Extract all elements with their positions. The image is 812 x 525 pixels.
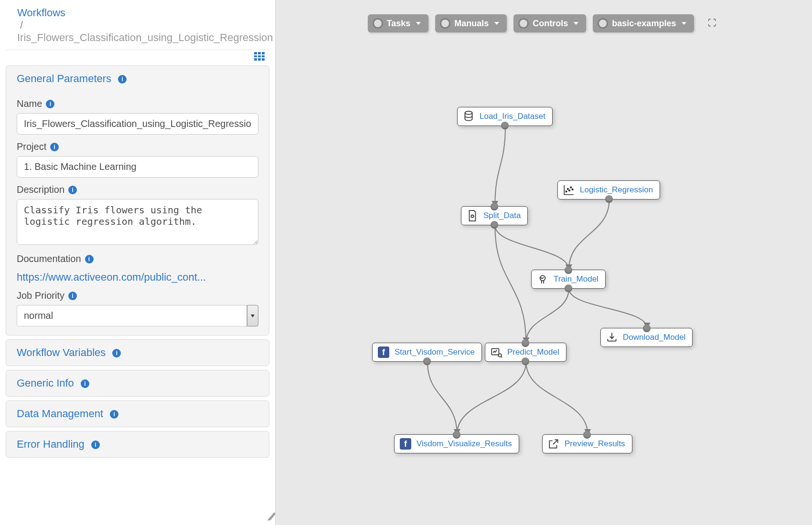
info-icon[interactable]: i	[81, 379, 89, 388]
controls-menu[interactable]: Controls	[513, 14, 586, 32]
gear-icon	[598, 18, 608, 29]
svg-point-2	[567, 189, 569, 190]
fullscreen-button[interactable]: ⛶	[705, 14, 720, 32]
info-icon[interactable]: i	[112, 349, 121, 357]
workflow-node-train[interactable]: Train_Model	[531, 270, 606, 289]
breadcrumb: Workflows / Iris_Flowers_Classification_…	[6, 4, 269, 46]
info-icon[interactable]: i	[91, 441, 100, 449]
info-icon[interactable]: i	[110, 410, 118, 419]
edge	[526, 362, 588, 434]
node-label: Preview_Results	[565, 439, 625, 449]
workflow-node-prev[interactable]: Preview_Results	[542, 434, 632, 453]
generic-info-panel: Generic Info i	[6, 370, 269, 397]
node-label: Visdom_Visualize_Results	[417, 439, 512, 449]
info-icon[interactable]: i	[118, 75, 127, 84]
workflow-node-pred[interactable]: Predict_Model	[485, 343, 566, 362]
priority-select[interactable]	[17, 305, 247, 326]
edge	[495, 126, 505, 206]
workflow-canvas[interactable]: Tasks Manuals Controls basic-examples ⛶	[275, 0, 812, 525]
info-icon[interactable]: i	[50, 143, 59, 151]
fb-icon: f	[377, 346, 390, 358]
output-port[interactable]	[565, 284, 572, 292]
resize-handle-icon: ///	[266, 511, 276, 523]
db-icon	[462, 110, 475, 123]
info-icon[interactable]: i	[46, 100, 54, 108]
dl-icon	[606, 331, 618, 344]
label-project: Project i	[17, 141, 258, 152]
project-input[interactable]	[17, 156, 258, 178]
input-port[interactable]	[453, 431, 460, 439]
canvas-toolbar: Tasks Manuals Controls basic-examples ⛶	[276, 14, 812, 32]
svg-point-5	[572, 189, 573, 190]
examples-menu[interactable]: basic-examples	[593, 14, 694, 32]
info-icon[interactable]: i	[68, 292, 77, 300]
gear-icon	[373, 18, 383, 29]
node-label: Download_Model	[623, 333, 685, 342]
grid-view-icon[interactable]	[254, 52, 265, 61]
label-name: Name i	[17, 98, 258, 109]
manuals-menu[interactable]: Manuals	[435, 14, 507, 32]
workflow-node-visres[interactable]: fVisdom_Visualize_Results	[394, 434, 519, 453]
input-port[interactable]	[565, 266, 572, 274]
output-port[interactable]	[501, 122, 509, 129]
workflow-node-visdom[interactable]: fStart_Visdom_Service	[372, 343, 482, 362]
breadcrumb-root-link[interactable]: Workflows	[17, 7, 65, 19]
edge	[495, 225, 569, 270]
input-port[interactable]	[491, 203, 498, 210]
input-port[interactable]	[643, 325, 651, 332]
fullscreen-icon: ⛶	[708, 18, 716, 28]
description-textarea[interactable]	[17, 199, 258, 245]
name-input[interactable]	[17, 113, 258, 135]
node-label: Start_Visdom_Service	[395, 347, 475, 357]
edge	[427, 362, 457, 434]
output-port[interactable]	[491, 221, 498, 229]
tasks-menu[interactable]: Tasks	[368, 14, 429, 32]
node-label: Predict_Model	[507, 347, 559, 357]
chevron-down-icon	[574, 22, 578, 25]
edge	[569, 200, 609, 270]
info-icon[interactable]: i	[68, 186, 77, 194]
node-label: Split_Data	[483, 211, 521, 220]
edge	[495, 225, 526, 343]
input-port[interactable]	[583, 431, 591, 439]
workflow-node-split[interactable]: Split_Data	[461, 206, 528, 225]
label-priority: Job Priority i	[17, 290, 258, 301]
panel-header-general[interactable]: General Parameters i	[6, 66, 269, 92]
gear-icon	[518, 18, 529, 29]
data-management-panel: Data Management i	[6, 400, 269, 427]
edge	[526, 289, 569, 343]
panel-header-variables[interactable]: Workflow Variables i	[6, 340, 269, 366]
panel-header-data[interactable]: Data Management i	[6, 401, 269, 427]
panel-header-generic[interactable]: Generic Info i	[6, 370, 269, 396]
label-description: Description i	[17, 184, 258, 195]
workflow-node-load[interactable]: Load_Iris_Dataset	[457, 107, 553, 126]
workflow-node-logreg[interactable]: Logistic_Regression	[557, 180, 660, 200]
breadcrumb-current: Iris_Flowers_Classification_using_Logist…	[17, 32, 273, 43]
svg-point-1	[566, 191, 567, 192]
brain-icon	[536, 273, 549, 285]
priority-dropdown-button[interactable]	[247, 305, 258, 326]
output-port[interactable]	[423, 357, 431, 365]
label-documentation: Documentation i	[17, 253, 258, 264]
info-icon[interactable]: i	[85, 255, 94, 263]
documentation-link[interactable]: https://www.activeeon.com/public_cont...	[17, 271, 206, 284]
chevron-down-icon	[494, 22, 499, 25]
sidebar: Workflows / Iris_Flowers_Classification_…	[0, 0, 275, 525]
fb-icon: f	[399, 438, 412, 450]
workflow-variables-panel: Workflow Variables i	[6, 339, 269, 366]
workflow-node-dl[interactable]: Download_Model	[600, 328, 693, 347]
predict-icon	[490, 346, 502, 358]
doc-icon	[466, 210, 479, 222]
gear-icon	[440, 18, 450, 29]
panel-header-error[interactable]: Error Handling i	[6, 431, 269, 457]
output-port[interactable]	[605, 195, 613, 203]
edge	[457, 362, 526, 434]
edge	[569, 289, 647, 328]
error-handling-panel: Error Handling i	[6, 431, 269, 458]
node-label: Logistic_Regression	[580, 185, 653, 195]
svg-point-4	[570, 187, 572, 188]
input-port[interactable]	[522, 339, 529, 347]
output-port[interactable]	[522, 357, 529, 365]
svg-point-0	[465, 111, 472, 115]
svg-point-3	[569, 190, 570, 191]
